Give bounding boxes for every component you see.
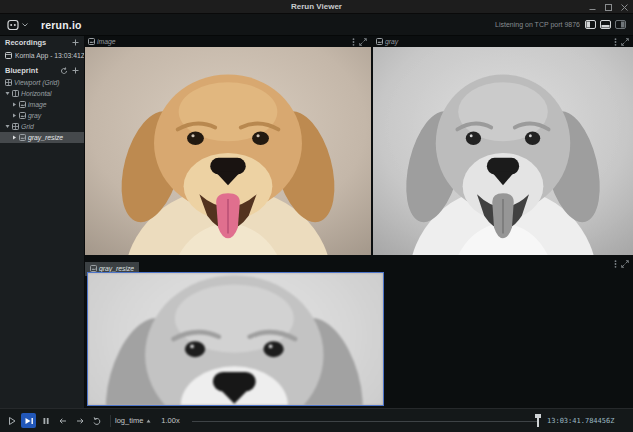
space-view-gray-resize[interactable]: gray_resize: [85, 258, 633, 408]
left-panel-toggle-icon[interactable]: [585, 20, 596, 29]
viewport-grid-icon: [5, 79, 12, 86]
image-view-icon: [19, 134, 26, 141]
blueprint-item-label: Viewport (Grid): [14, 79, 60, 86]
timeline-track[interactable]: [188, 409, 547, 432]
space-view-image[interactable]: image: [85, 36, 371, 255]
maximize-view-icon[interactable]: [621, 260, 629, 268]
blueprint-item-gray[interactable]: gray: [0, 110, 84, 121]
reset-blueprint-icon[interactable]: [60, 67, 68, 75]
step-forward-button[interactable]: [72, 413, 87, 428]
timeline-line: [192, 421, 537, 422]
image-view-icon: [19, 101, 26, 108]
recording-label: Kornia App - 13:03:41Z: [15, 52, 84, 59]
blueprint-item-label: gray: [28, 112, 41, 119]
playback-speed[interactable]: 1.00x: [161, 416, 179, 425]
current-time-label: 13:03:41.784456Z: [547, 417, 629, 425]
right-panel-toggle-icon[interactable]: [615, 20, 626, 29]
container-grid-icon: [12, 123, 19, 130]
chevron-down-icon[interactable]: [5, 91, 10, 96]
pause-button[interactable]: [38, 413, 53, 428]
maximize-view-icon[interactable]: [621, 38, 629, 46]
timeline-playhead[interactable]: [537, 414, 539, 427]
window-titlebar: Rerun Viewer: [0, 0, 633, 14]
blueprint-item-image[interactable]: image: [0, 99, 84, 110]
image-view-icon: [19, 112, 26, 119]
view-options-icon[interactable]: [352, 38, 355, 46]
image-view-icon: [376, 38, 383, 45]
view-title: gray_resize: [99, 265, 134, 272]
view-header-gray: gray: [373, 36, 633, 47]
rerun-menu-button[interactable]: [7, 19, 28, 31]
blueprint-item-gray-resize[interactable]: gray_resize: [0, 132, 84, 143]
chevron-down-icon: [22, 23, 28, 27]
blueprint-header: Blueprint: [0, 64, 84, 77]
blueprint-item-label: image: [28, 101, 47, 108]
sort-arrow-icon: [146, 419, 151, 423]
image-color-photo[interactable]: [85, 47, 371, 255]
image-view-icon: [90, 265, 97, 272]
blueprint-item-label: gray_resize: [28, 134, 63, 141]
chevron-right-icon[interactable]: [12, 102, 17, 107]
tcp-status-label: Listening on TCP port 9876: [495, 21, 580, 28]
app-toolbar: rerun.io Listening on TCP port 9876: [0, 14, 633, 36]
maximize-view-icon[interactable]: [359, 38, 367, 46]
add-recording-button[interactable]: [72, 39, 79, 46]
play-button[interactable]: [4, 413, 19, 428]
recording-icon: [5, 52, 12, 59]
time-panel: log_time 1.00x 13:03:41.784456Z: [0, 408, 633, 432]
add-space-view-button[interactable]: [72, 67, 79, 74]
view-header-gray-resize: gray_resize: [85, 258, 633, 272]
brand-label: rerun.io: [41, 19, 82, 31]
window-title: Rerun Viewer: [291, 2, 342, 11]
maximize-button[interactable]: [605, 4, 612, 11]
recordings-header: Recordings: [0, 36, 84, 49]
blueprint-item-label: Horizontal: [21, 90, 52, 97]
timeline-selector[interactable]: log_time: [115, 416, 151, 425]
viewport: image gray gray_r: [85, 36, 633, 408]
recording-item[interactable]: Kornia App - 13:03:41Z: [0, 49, 84, 61]
image-gray-photo[interactable]: [373, 47, 633, 255]
blueprint-item-grid[interactable]: Grid: [0, 121, 84, 132]
view-options-icon[interactable]: [614, 38, 617, 46]
view-title: gray: [385, 38, 398, 45]
blueprint-sidebar: Recordings Kornia App - 13:03:41Z Bluepr…: [0, 36, 85, 408]
view-header-image: image: [85, 36, 371, 47]
rerun-logo-icon: [7, 19, 19, 31]
loop-button[interactable]: [89, 413, 104, 428]
step-back-button[interactable]: [55, 413, 70, 428]
close-button[interactable]: [621, 4, 628, 11]
view-options-icon[interactable]: [614, 260, 617, 268]
blueprint-item-viewport[interactable]: Viewport (Grid): [0, 77, 84, 88]
minimize-button[interactable]: [589, 4, 596, 11]
view-title: image: [97, 38, 116, 45]
chevron-right-icon[interactable]: [12, 113, 17, 118]
container-horizontal-icon: [12, 90, 19, 97]
image-view-icon: [88, 38, 95, 45]
space-view-gray[interactable]: gray: [373, 36, 633, 255]
bottom-panel-toggle-icon[interactable]: [600, 20, 611, 29]
image-gray-resize-photo[interactable]: [87, 272, 384, 406]
blueprint-item-label: Grid: [21, 123, 34, 130]
chevron-right-icon[interactable]: [12, 135, 17, 140]
blueprint-item-horizontal[interactable]: Horizontal: [0, 88, 84, 99]
chevron-down-icon[interactable]: [5, 124, 10, 129]
follow-button[interactable]: [21, 413, 36, 428]
